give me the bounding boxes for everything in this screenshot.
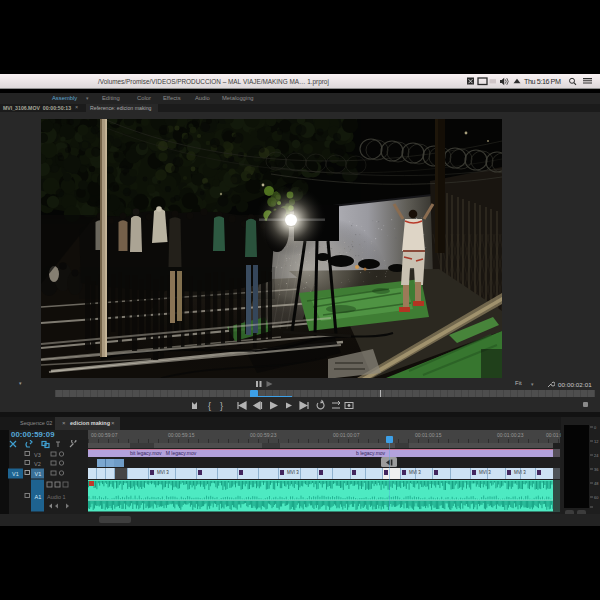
svg-text:V2: V2: [34, 461, 41, 467]
svg-text:}: }: [220, 401, 223, 411]
svg-text:60: 60: [594, 495, 599, 500]
svg-text:A1: A1: [35, 494, 42, 500]
svg-text:12: 12: [594, 439, 599, 444]
svg-text:V1: V1: [12, 471, 19, 477]
svg-text:36: 36: [594, 467, 599, 472]
svg-text:V1: V1: [35, 471, 42, 477]
svg-text:{: {: [208, 401, 211, 411]
svg-text:Audio 1: Audio 1: [47, 494, 66, 500]
svg-text:48: 48: [594, 481, 599, 486]
svg-text:V3: V3: [34, 452, 41, 458]
svg-text:24: 24: [594, 453, 599, 458]
svg-text:Thu 5:16 PM: Thu 5:16 PM: [524, 77, 561, 86]
svg-text:0: 0: [594, 425, 597, 430]
